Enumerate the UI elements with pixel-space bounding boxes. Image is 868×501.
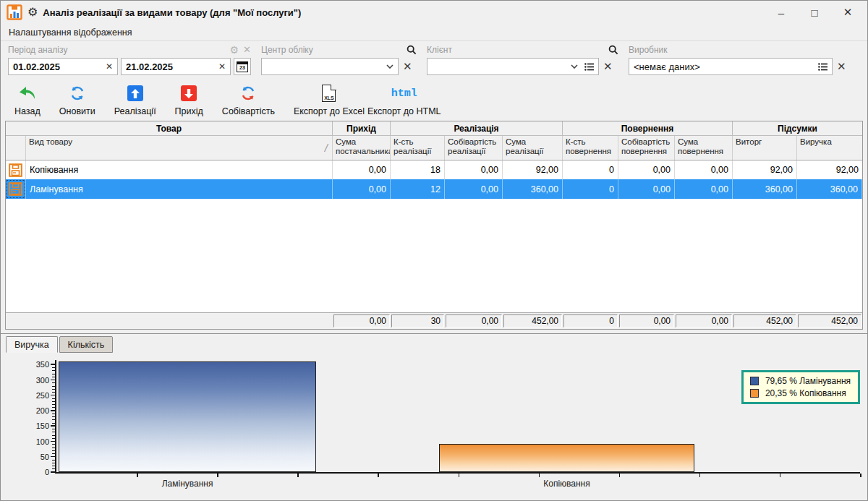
group-realizacia[interactable]: Реалізація — [391, 121, 563, 135]
y-axis-tick — [52, 435, 55, 436]
total-value: 0 — [563, 314, 618, 327]
y-axis-tick — [52, 432, 55, 432]
group-tovar[interactable]: Товар — [6, 121, 333, 135]
product-floppy-icon — [9, 182, 22, 196]
tab-kilkist[interactable]: Кількість — [59, 336, 114, 353]
col-vyruchka[interactable]: Виручка — [797, 136, 862, 160]
cell-value: 18 — [391, 160, 445, 179]
total-value: 0,00 — [446, 314, 502, 327]
calendar-button[interactable]: 23 — [234, 58, 251, 75]
y-axis-tick — [52, 423, 55, 424]
income-button[interactable]: Прихід — [166, 82, 213, 118]
date-to-field[interactable]: 21.02.2025 ✕ — [121, 58, 231, 75]
col-suma-postachalnyka[interactable]: Сума постачальника — [333, 136, 391, 160]
cell-value: 360,00 — [503, 179, 563, 199]
arrow-up-icon — [127, 85, 143, 101]
group-pidsumky[interactable]: Підсумки — [733, 121, 862, 135]
income-label: Прихід — [175, 106, 203, 116]
center-clear-icon[interactable]: ✕ — [401, 60, 414, 73]
date-from-field[interactable]: 01.02.2025 ✕ — [8, 58, 118, 75]
y-axis-label: 200 — [19, 406, 49, 415]
export-html-label: Експорт до HTML — [367, 106, 441, 116]
y-axis-tick — [52, 382, 55, 383]
tab-vyruchka[interactable]: Виручка — [6, 336, 58, 353]
col-suma-realizacii[interactable]: Сума реалізації — [503, 136, 563, 160]
sales-button[interactable]: Реалізації — [105, 82, 166, 118]
col-sobivartist-realizacii[interactable]: Собівартість реалізації — [445, 136, 503, 160]
producer-clear-icon[interactable]: ✕ — [835, 60, 848, 73]
y-axis-tick — [52, 448, 55, 448]
col-icon — [6, 136, 26, 160]
menu-display-settings[interactable]: Налаштування відображення — [9, 27, 132, 38]
cell-value: 0,00 — [675, 179, 733, 199]
client-clear-icon[interactable]: ✕ — [602, 60, 614, 73]
export-excel-button[interactable]: XLS Експорт до Excel — [284, 82, 366, 118]
cost-label: Собівартість — [222, 106, 275, 116]
x-axis-tick — [137, 474, 138, 477]
center-select[interactable] — [261, 58, 399, 75]
chart-bar-1[interactable] — [439, 444, 694, 472]
table-row[interactable]: Копіювання 0,00 18 0,00 92,00 0 0,00 0,0… — [6, 160, 862, 179]
app-window: ⚙ Аналіз реалізації за видами товару (дл… — [0, 0, 868, 501]
y-axis-tick — [52, 453, 55, 454]
center-label: Центр обліку — [261, 45, 313, 55]
table-totals-row: 0,00 30 0,00 452,00 0 0,00 0,00 452,00 4… — [6, 312, 862, 329]
y-axis-label: 250 — [19, 391, 49, 400]
export-html-button[interactable]: html Експорт до HTML — [366, 82, 451, 118]
group-prihid[interactable]: Прихід — [333, 121, 391, 135]
y-axis-tick — [52, 468, 55, 469]
y-axis-tick — [52, 401, 55, 402]
col-vytorg[interactable]: Виторг — [733, 136, 797, 160]
legend-item: 20,35 % Копіювання — [750, 388, 851, 398]
col-kst-realizacii[interactable]: К-сть реалізації — [391, 136, 445, 160]
y-axis-tick — [52, 404, 55, 405]
back-arrow-icon — [19, 86, 36, 100]
y-axis-tick — [51, 410, 55, 411]
date-to-clear-icon[interactable]: ✕ — [216, 61, 226, 72]
client-search-icon[interactable] — [608, 45, 618, 55]
period-gear-icon[interactable]: ⚙ — [230, 44, 239, 56]
client-select[interactable] — [427, 58, 599, 75]
y-axis-tick — [52, 367, 55, 368]
list-picker-icon[interactable] — [584, 63, 594, 71]
period-clear-icon[interactable]: ✕ — [243, 44, 251, 55]
minimize-button[interactable]: – — [765, 1, 798, 23]
analysis-table: Товар Прихід Реалізація Повернення Підсу… — [5, 121, 863, 330]
xls-file-icon: XLS — [322, 85, 336, 102]
table-column-header: Вид товару / Сума постачальника К-сть ре… — [6, 136, 862, 160]
y-axis-label: 300 — [19, 376, 49, 385]
refresh-button[interactable]: Оновити — [50, 82, 105, 118]
chart-bar-0[interactable] — [59, 361, 316, 472]
y-axis-tick — [52, 392, 55, 393]
maximize-button[interactable]: □ — [798, 1, 831, 23]
group-povernennia[interactable]: Повернення — [563, 121, 733, 135]
cell-value: 92,00 — [797, 160, 862, 179]
refresh-label: Оновити — [59, 106, 95, 116]
chart-legend: 79,65 % Ламінування20,35 % Копіювання — [741, 370, 860, 404]
toolbar: Назад Оновити Реалізації — [1, 79, 867, 121]
back-button[interactable]: Назад — [5, 82, 50, 118]
center-search-icon[interactable] — [407, 45, 417, 55]
html-icon: html — [391, 87, 417, 100]
col-vyd-tovaru[interactable]: Вид товару / — [26, 136, 333, 160]
y-axis-tick — [52, 463, 55, 463]
sort-slash-icon[interactable]: / — [325, 143, 329, 153]
export-excel-label: Експорт до Excel — [294, 106, 365, 116]
total-value: 452,00 — [733, 314, 796, 327]
settings-gear-icon[interactable]: ⚙ — [27, 7, 38, 18]
x-axis-label: Ламінування — [162, 479, 213, 489]
table-row-selected[interactable]: Ламінування 0,00 12 0,00 360,00 0 0,00 0… — [6, 179, 862, 199]
col-suma-povernennia[interactable]: Сума повернення — [675, 136, 733, 160]
x-axis-label: Копіювання — [543, 479, 590, 489]
col-kst-povernennia[interactable]: К-сть повернення — [563, 136, 618, 160]
cost-button[interactable]: Собівартість — [213, 82, 284, 118]
date-from-clear-icon[interactable]: ✕ — [103, 61, 113, 72]
producer-field[interactable]: <немає даних> — [629, 58, 833, 75]
x-axis-tick — [297, 474, 299, 477]
legend-swatch-icon — [750, 377, 759, 385]
col-sobivartist-povernennia[interactable]: Собівартість повернення — [618, 136, 675, 160]
close-button[interactable]: ✕ — [831, 1, 864, 23]
list-picker-icon[interactable] — [818, 63, 827, 71]
y-axis-tick — [52, 429, 55, 429]
cell-value: 360,00 — [733, 179, 797, 199]
